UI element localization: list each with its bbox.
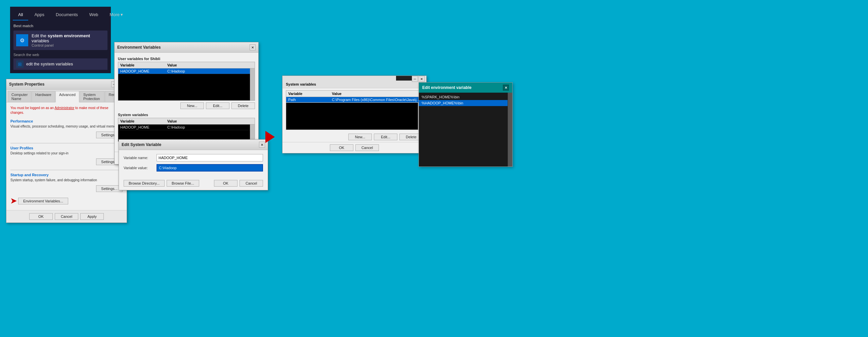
sysvar-close[interactable]: ✕ <box>418 76 425 82</box>
connecting-arrow <box>266 131 275 143</box>
start-menu-tabs: All Apps Documents Web More ▾ <box>10 7 111 21</box>
edit-env-scrollbar[interactable] <box>507 93 512 167</box>
edit-var-browse-buttons: Browse Directory... Browse File... OK Ca… <box>119 178 268 190</box>
browse-directory-button[interactable]: Browse Directory... <box>124 180 164 187</box>
apply-button[interactable]: Apply <box>80 213 104 220</box>
performance-settings-row: Settings... <box>10 132 123 138</box>
sysvar-col-var: Variable <box>288 92 332 96</box>
control-panel-icon: ⚙ <box>16 34 28 46</box>
var-value-input[interactable] <box>157 164 263 171</box>
user-vars-btn-row: New... Edit... Delete <box>115 101 258 111</box>
env-close-button[interactable]: ✕ <box>250 44 256 50</box>
system-variables-dialog: ─ ✕ System variables Variable Value Path… <box>282 75 427 154</box>
edit-var-controls: ✕ <box>259 142 265 148</box>
startup-recovery-header: Startup and Recovery <box>10 173 123 177</box>
env-list-item-spark[interactable]: %SPARK_HOME%\bin <box>419 94 512 100</box>
env-vars-indicator: ➤ Environment Variables... <box>10 197 123 205</box>
sysvar-dialog-controls: ─ ✕ <box>412 76 425 82</box>
sysvar-table: Variable Value Path C:\Program Files (x8… <box>286 90 423 130</box>
user-vars-table: Variable Value HADOOP_HOME C:\Hadoop <box>118 62 255 101</box>
var-value-label: Variable value: <box>124 166 154 170</box>
sysvar-row-path[interactable]: Path C:\Program Files (x86)\Common Files… <box>286 97 423 103</box>
tab-advanced[interactable]: Advanced <box>55 91 79 102</box>
red-arrow-icon: ➤ <box>10 197 17 205</box>
sys-vars-scrollbar[interactable] <box>250 125 255 141</box>
edit-env-title: Edit environment variable <box>422 85 472 90</box>
browse-file-button[interactable]: Browse File... <box>166 180 199 187</box>
environment-variables-button[interactable]: Environment Variables... <box>18 198 68 204</box>
edit-env-close[interactable]: ✕ <box>503 85 509 91</box>
edit-var-ok-button[interactable]: OK <box>214 180 238 187</box>
hadoop-var-name: HADOOP_HOME <box>120 69 167 73</box>
edit-env-list: %SPARK_HOME%\bin %HADOOP_HOME%\bin <box>419 93 512 107</box>
sys-var-row-hadoop[interactable]: HADOOP_HOME C:\Hadoop <box>118 125 255 130</box>
tab-hardware[interactable]: Hardware <box>32 91 55 102</box>
search-result-item[interactable]: ⚙ Edit the system environmentvariables C… <box>13 31 107 50</box>
hadoop-var-value: C:\Hadoop <box>167 69 253 73</box>
user-vars-scrollbar[interactable] <box>250 68 255 100</box>
startup-recovery-settings-row: Settings... <box>10 185 123 192</box>
env-dialog-titlebar: Environment Variables ✕ <box>115 42 258 53</box>
sysvar-new-button[interactable]: New... <box>348 134 372 140</box>
web-search-text: edit the system variables <box>26 62 73 66</box>
user-vars-header: Variable Value <box>118 62 255 68</box>
chevron-down-icon: ▾ <box>121 12 123 17</box>
sys-vars-header: Variable Value <box>118 118 255 125</box>
system-props-tabs: Computer Name Hardware Advanced System P… <box>6 90 127 102</box>
sysvar-footer: OK Cancel <box>282 142 426 153</box>
sys-vars-label: System variables <box>115 111 258 118</box>
result-subtitle: Control panel <box>32 43 90 47</box>
startup-recovery-desc: System startup, system failure, and debu… <box>10 178 123 182</box>
user-vars-body: HADOOP_HOME C:\Hadoop <box>118 68 255 100</box>
search-web-bar[interactable]: ⊞ edit the system variables <box>13 58 107 70</box>
result-title: Edit the system environmentvariables <box>32 33 90 43</box>
user-var-row-hadoop[interactable]: HADOOP_HOME C:\Hadoop <box>118 68 255 74</box>
var-name-label: Variable name: <box>124 156 154 160</box>
edit-var-title: Edit System Variable <box>122 142 161 147</box>
sys-var-col-header: Variable <box>120 119 167 123</box>
user-delete-button[interactable]: Delete <box>231 102 255 109</box>
search-web-label: Search the web <box>13 53 107 57</box>
sysvar-minimize[interactable]: ─ <box>412 76 418 82</box>
env-dialog-title: Environment Variables <box>117 45 161 50</box>
tab-documents[interactable]: Documents <box>51 9 83 21</box>
env-list-item-hadoop[interactable]: %HADOOP_HOME%\bin <box>419 100 512 106</box>
system-props-footer: OK Cancel Apply <box>6 210 127 223</box>
best-match-label: Best match <box>13 24 107 28</box>
user-profiles-settings-row: Settings... <box>10 159 123 165</box>
sysvar-topbar: ─ ✕ <box>282 76 426 80</box>
edit-var-cancel-button[interactable]: Cancel <box>240 180 263 187</box>
val-col-header: Value <box>167 63 248 67</box>
var-name-row: Variable name: <box>124 154 263 162</box>
var-name-input[interactable] <box>157 154 263 162</box>
sysvar-col-val: Value <box>332 92 421 96</box>
user-vars-label: User variables for Shibli <box>115 55 258 62</box>
edit-env-titlebar: Edit environment variable ✕ <box>419 82 512 93</box>
user-new-button[interactable]: New... <box>180 102 204 109</box>
edit-var-close[interactable]: ✕ <box>259 142 265 148</box>
sysvar-header: Variable Value <box>286 91 423 97</box>
tab-system-protection[interactable]: System Protection <box>80 91 105 102</box>
tab-apps[interactable]: Apps <box>29 9 50 21</box>
tab-computer-name[interactable]: Computer Name <box>8 91 31 102</box>
admin-notice: You must be logged on as an Administrato… <box>10 106 123 115</box>
ok-button[interactable]: OK <box>29 213 53 220</box>
edit-var-titlebar: Edit System Variable ✕ <box>119 140 268 150</box>
sysvar-btn-row: New... Edit... Delete <box>282 132 426 142</box>
user-profiles-header: User Profiles <box>10 146 123 150</box>
administrator-link[interactable]: Administrator <box>54 106 74 110</box>
cancel-button[interactable]: Cancel <box>55 213 78 220</box>
windows-icon: ⊞ <box>16 60 24 68</box>
env-dialog-controls: ✕ <box>250 44 256 50</box>
performance-header: Performance <box>10 119 123 123</box>
sysvar-table-body: Path C:\Program Files (x86)\Common Files… <box>286 97 423 103</box>
sysvar-edit-button[interactable]: Edit... <box>374 134 397 140</box>
edit-env-body: %SPARK_HOME%\bin %HADOOP_HOME%\bin <box>419 93 512 167</box>
user-edit-button[interactable]: Edit... <box>206 102 229 109</box>
path-var-value: C:\Program Files (x86)\Common Files\Orac… <box>332 98 421 102</box>
tab-all[interactable]: All <box>13 9 28 21</box>
tab-web[interactable]: Web <box>84 9 104 21</box>
sysvar-ok-button[interactable]: OK <box>330 144 353 151</box>
tab-more[interactable]: More ▾ <box>104 9 128 21</box>
sysvar-cancel-button[interactable]: Cancel <box>355 144 379 151</box>
